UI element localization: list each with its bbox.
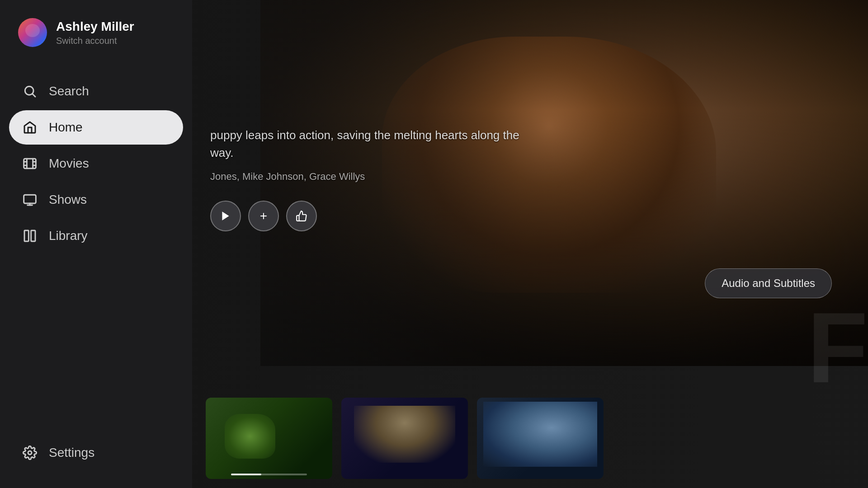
play-button[interactable] — [210, 201, 241, 231]
progress-bar-1 — [231, 474, 307, 475]
user-info: Ashley Miller Switch account — [56, 19, 134, 47]
user-name: Ashley Miller — [56, 19, 134, 34]
thumbnail-3[interactable] — [477, 398, 604, 479]
svg-marker-15 — [222, 211, 229, 221]
movies-label: Movies — [49, 156, 89, 171]
library-label: Library — [49, 229, 88, 243]
home-icon — [22, 119, 38, 136]
sidebar-item-library[interactable]: Library — [9, 219, 183, 253]
add-icon: + — [260, 209, 267, 223]
sidebar-item-shows[interactable]: Shows — [9, 183, 183, 217]
svg-rect-12 — [24, 230, 28, 241]
nav-menu: Search Home — [9, 65, 183, 436]
hero-content: puppy leaps into action, saving the melt… — [210, 127, 527, 231]
svg-point-14 — [28, 451, 32, 455]
thumbnail-1[interactable] — [206, 398, 332, 479]
sidebar-item-search[interactable]: Search — [9, 74, 183, 108]
sidebar-item-movies[interactable]: Movies — [9, 146, 183, 181]
library-icon — [22, 228, 38, 244]
add-to-list-button[interactable]: + — [248, 201, 279, 231]
shows-icon — [22, 192, 38, 208]
avatar — [18, 18, 47, 47]
settings-icon — [22, 445, 38, 461]
action-buttons: + — [210, 201, 527, 231]
main-content: puppy leaps into action, saving the melt… — [192, 0, 868, 488]
hero-description: puppy leaps into action, saving the melt… — [210, 127, 527, 162]
hero-cast: Jones, Mike Johnson, Grace Willys — [210, 171, 527, 183]
svg-rect-2 — [24, 159, 36, 168]
shows-label: Shows — [49, 192, 87, 207]
svg-rect-9 — [24, 195, 36, 203]
search-label: Search — [49, 84, 89, 99]
like-button[interactable] — [286, 201, 317, 231]
thumbnail-2[interactable] — [341, 398, 468, 479]
sidebar-item-settings[interactable]: Settings — [9, 436, 183, 470]
progress-fill-1 — [231, 474, 261, 475]
search-icon — [22, 83, 38, 99]
thumbnails-row — [192, 389, 868, 488]
sidebar: Ashley Miller Switch account Search — [0, 0, 192, 488]
sidebar-item-home[interactable]: Home — [9, 110, 183, 145]
decorative-letter: F — [807, 298, 868, 398]
switch-account-link[interactable]: Switch account — [56, 36, 134, 46]
user-profile[interactable]: Ashley Miller Switch account — [9, 0, 183, 65]
movies-icon — [22, 155, 38, 172]
svg-line-1 — [33, 94, 35, 97]
home-label: Home — [49, 120, 83, 135]
settings-label: Settings — [49, 446, 94, 460]
svg-rect-13 — [31, 230, 35, 241]
